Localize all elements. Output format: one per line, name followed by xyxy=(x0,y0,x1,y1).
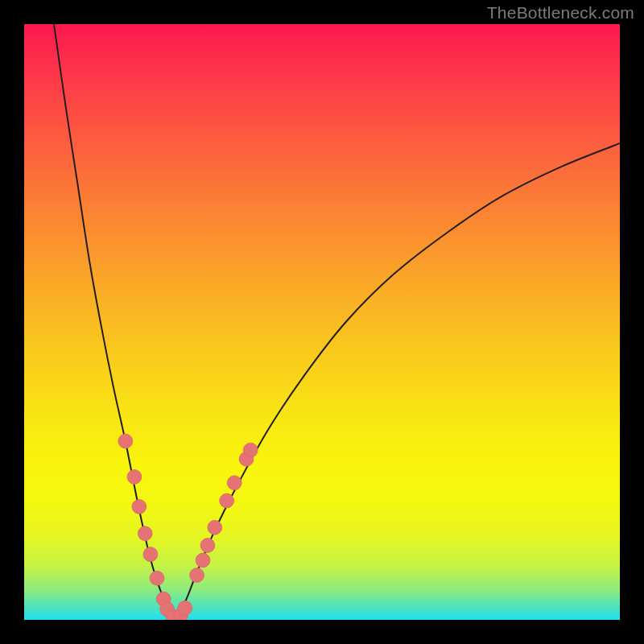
curve-bottleneck-curve-left xyxy=(54,24,173,620)
marker-left-1 xyxy=(118,434,133,448)
marker-right-3 xyxy=(200,539,215,553)
marker-bottom-3 xyxy=(178,601,192,615)
marker-right-8 xyxy=(243,443,258,457)
marker-left-2 xyxy=(127,470,142,485)
marker-right-1 xyxy=(190,568,204,583)
plot-area xyxy=(24,24,620,620)
curve-bottleneck-curve-right xyxy=(173,143,620,620)
marker-left-4 xyxy=(138,526,152,541)
chart-frame: TheBottleneck.com xyxy=(0,0,644,644)
chart-svg xyxy=(24,24,620,620)
marker-right-2 xyxy=(196,553,210,568)
marker-right-4 xyxy=(208,520,222,535)
marker-left-3 xyxy=(132,500,147,514)
watermark-text: TheBottleneck.com xyxy=(487,3,634,23)
marker-right-5 xyxy=(220,493,234,508)
marker-left-6 xyxy=(150,571,164,585)
marker-right-6 xyxy=(227,476,242,490)
marker-left-5 xyxy=(143,547,158,562)
